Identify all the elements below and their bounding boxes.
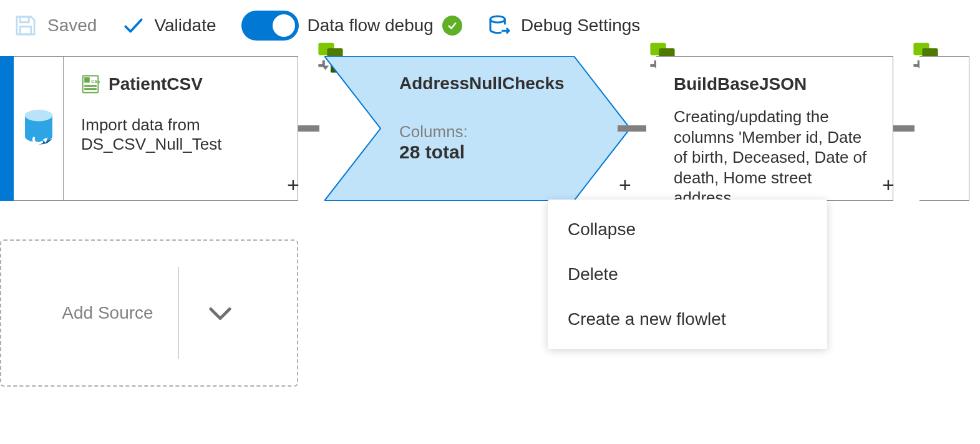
add-source-button[interactable]: Add Source [0, 239, 298, 387]
database-source-icon [22, 109, 56, 148]
debug-toggle[interactable] [241, 11, 299, 41]
pipeline-strip [0, 56, 14, 201]
divider [178, 267, 179, 359]
dataflow-row: CSV PatientCSV Import data from DS_CSV_N… [0, 56, 980, 201]
node-description: Creating/updating the columns 'Member id… [674, 107, 875, 208]
toolbar: Saved Validate Data flow debug Debug Set… [0, 0, 980, 51]
add-step-button[interactable]: + [619, 173, 631, 197]
connector-3: + [893, 56, 919, 201]
node-description: Import data from DS_CSV_Null_Test [81, 115, 280, 154]
add-source-label: Add Source [62, 303, 153, 323]
node-title: AddressNullChecks [399, 74, 613, 94]
source-type-icon-box[interactable] [14, 56, 64, 201]
connector-2: + [630, 56, 656, 201]
svg-rect-6 [84, 77, 90, 83]
node-title: BuildBaseJSON [674, 74, 807, 94]
menu-item-create-flowlet[interactable]: Create a new flowlet [548, 297, 827, 342]
dataflow-canvas[interactable]: CSV PatientCSV Import data from DS_CSV_N… [0, 56, 980, 444]
svg-rect-7 [84, 85, 97, 87]
menu-item-collapse[interactable]: Collapse [548, 207, 827, 252]
node-addressnullchecks[interactable]: AddressNullChecks Columns: 28 total [324, 56, 630, 201]
menu-item-delete[interactable]: Delete [548, 252, 827, 297]
chevron-down-icon[interactable] [204, 297, 236, 329]
debug-settings-label: Debug Settings [521, 16, 640, 36]
svg-rect-8 [84, 88, 97, 90]
columns-label: Columns: [399, 122, 613, 142]
csv-file-icon: CSV [81, 74, 100, 94]
dataflow-debug-toggle-group: Data flow debug [241, 11, 462, 41]
svg-rect-0 [20, 27, 31, 34]
saved-label: Saved [47, 16, 97, 36]
add-step-button[interactable]: + [882, 173, 895, 197]
save-icon [12, 12, 39, 39]
node-buildbasejson[interactable]: BuildBaseJSON Creating/updating the colu… [656, 56, 893, 201]
node-title: PatientCSV [109, 74, 203, 94]
svg-text:CSV: CSV [91, 79, 100, 84]
debug-status-icon [442, 16, 462, 36]
svg-point-3 [25, 110, 52, 121]
node-next[interactable] [919, 56, 969, 201]
node-patientcsv[interactable]: CSV PatientCSV Import data from DS_CSV_N… [64, 56, 298, 201]
save-button[interactable]: Saved [12, 12, 97, 39]
connector-1: + [298, 56, 324, 201]
database-arrow-icon [487, 13, 512, 38]
debug-settings-button[interactable]: Debug Settings [487, 13, 640, 38]
validate-label: Validate [154, 16, 216, 36]
debug-toggle-label: Data flow debug [308, 16, 434, 36]
columns-value: 28 total [399, 142, 613, 163]
add-step-button[interactable]: + [287, 173, 299, 197]
checkmark-icon [122, 14, 145, 37]
context-menu: Collapse Delete Create a new flowlet [548, 200, 827, 349]
validate-button[interactable]: Validate [122, 14, 216, 37]
svg-point-1 [490, 16, 505, 22]
